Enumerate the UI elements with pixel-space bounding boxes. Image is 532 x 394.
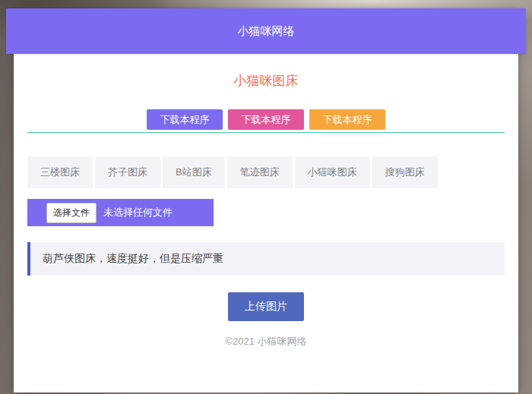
choose-file-button[interactable]: 选择文件 [46, 203, 97, 223]
upload-row: 上传图片 [27, 292, 505, 321]
upload-image-button[interactable]: 上传图片 [228, 292, 304, 321]
tab-bilibili[interactable]: B站图床 [163, 156, 225, 188]
tab-sogou[interactable]: 搜狗图床 [372, 156, 438, 188]
tab-xiaomaomi[interactable]: 小猫咪图床 [295, 156, 370, 188]
file-status-text: 未选择任何文件 [103, 206, 173, 219]
site-title: 小猫咪网络 [238, 24, 295, 37]
site-banner: 小猫咪网络 [6, 8, 526, 54]
tab-sanlou[interactable]: 三楼图床 [27, 156, 93, 188]
card-content: 小猫咪图床 下载本程序 下载本程序 下载本程序 三楼图床 芥子图床 B站图床 笔… [14, 72, 518, 348]
file-input[interactable]: 选择文件 未选择任何文件 [27, 199, 214, 226]
teal-divider [27, 132, 505, 133]
page-title: 小猫咪图床 [27, 72, 505, 90]
download-program-button-2[interactable]: 下载本程序 [228, 109, 304, 130]
main-card: 小猫咪网络 小猫咪图床 下载本程序 下载本程序 下载本程序 三楼图床 芥子图床 … [14, 8, 518, 392]
footer-copyright: ©2021 小猫咪网络 [27, 335, 505, 348]
download-buttons-row: 下载本程序 下载本程序 下载本程序 [27, 109, 505, 130]
image-host-tabs: 三楼图床 芥子图床 B站图床 笔迹图床 小猫咪图床 搜狗图床 [27, 156, 505, 188]
tab-biji[interactable]: 笔迹图床 [227, 156, 293, 188]
notice-text: 葫芦侠图床，速度挺好，但是压缩严重 [43, 252, 223, 266]
download-program-button-1[interactable]: 下载本程序 [147, 109, 223, 130]
download-program-button-3[interactable]: 下载本程序 [309, 109, 385, 130]
tab-jiezi[interactable]: 芥子图床 [95, 156, 160, 188]
notice-box: 葫芦侠图床，速度挺好，但是压缩严重 [27, 242, 505, 276]
